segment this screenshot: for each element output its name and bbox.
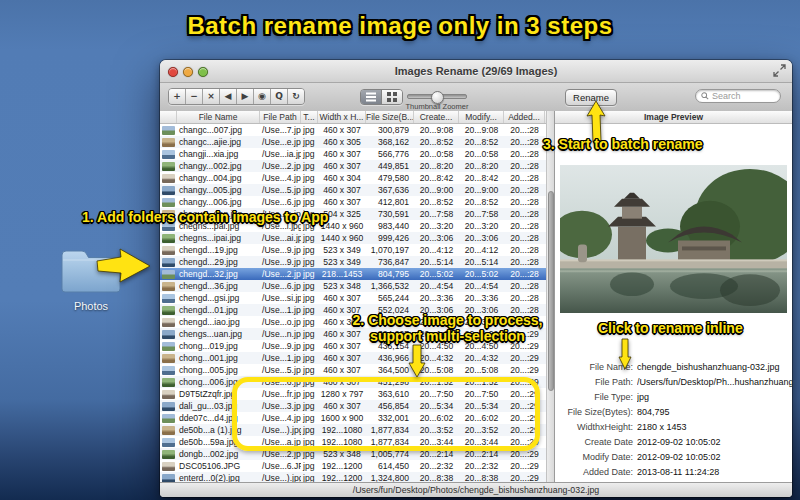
window-title: Images Rename (29/69 Images): [160, 60, 792, 82]
cell-added: 20...:29: [504, 364, 545, 376]
cell-file-size: 1,366,532: [366, 280, 414, 292]
info-value[interactable]: 2012-09-02 10:05:02: [637, 437, 792, 447]
search-input[interactable]: Search: [695, 89, 781, 103]
cell-created: 20...8:42: [414, 172, 459, 184]
info-value[interactable]: 804,795: [637, 407, 792, 417]
info-value[interactable]: 2012-09-02 10:05:02: [637, 452, 792, 462]
cell-dimensions: 460 x 305: [318, 136, 366, 148]
table-row[interactable]: changc...007.jpg /Use...7.jpg jpg 460 x …: [160, 124, 546, 136]
column-header-create[interactable]: Create...: [414, 111, 459, 123]
cell-file-name: chengd...01.jpg: [177, 304, 260, 316]
cell-dimensions: 218...1453: [318, 268, 366, 280]
toolbar: +−×◀▶◉Q↻ Thumbnail Zoomer Rename Searc: [160, 83, 792, 112]
cell-dimensions: 460 x 307: [318, 124, 366, 136]
column-header-file-name[interactable]: File Name: [177, 111, 260, 123]
cell-file-path: /Use...ia.jpg: [260, 148, 301, 160]
table-row[interactable]: chengd...29.jpg /Use...9.jpg jpg 523 x 3…: [160, 256, 546, 268]
column-header-file-size[interactable]: File Size(B...: [366, 111, 414, 123]
annotation-step2-line2: support multi-selection: [330, 328, 565, 344]
file-thumbnail: [160, 270, 177, 279]
cell-created: 20...8:52: [414, 136, 459, 148]
minimize-window-button[interactable]: [183, 67, 193, 77]
add-button[interactable]: +: [169, 89, 186, 104]
target-button[interactable]: ◉: [254, 89, 271, 104]
rename-button[interactable]: Rename: [565, 89, 617, 106]
table-row[interactable]: changy...002.jpg /Use...2.jpg jpg 460 x …: [160, 160, 546, 172]
cell-file-type: jpg: [301, 136, 318, 148]
table-row[interactable]: DSC05106.JPG /Use...6.JPG jpg 192...1200…: [160, 460, 546, 472]
file-thumbnail: [160, 330, 177, 339]
cell-file-name: chong...019.jpg: [177, 340, 260, 352]
file-thumbnail: [160, 162, 177, 171]
table-row[interactable]: changc...ajie.jpg /Use...e.jpg jpg 460 x…: [160, 136, 546, 148]
cell-added: 20...:28: [504, 244, 545, 256]
file-thumbnail: [160, 186, 177, 195]
column-header-thumb[interactable]: [160, 111, 177, 123]
magnify-button[interactable]: Q: [271, 89, 288, 104]
table-row[interactable]: chong...001.jpg /Use...1.jpg jpg 460 x 3…: [160, 352, 546, 364]
scrollbar-thumb[interactable]: [548, 191, 554, 391]
cell-added: 20...:28: [504, 196, 545, 208]
cell-file-size: 730,591: [366, 208, 414, 220]
info-label: Added Date:: [555, 467, 633, 477]
table-row[interactable]: enterd...0(2).jpg /Use...).jpg jpg 192..…: [160, 472, 546, 482]
info-value[interactable]: chengde_bishushanzhuang-032.jpg: [637, 362, 792, 372]
table-row[interactable]: chegns...ipai.jpg /Use...ai.jpg jpg 1440…: [160, 232, 546, 244]
cell-file-path: /Use...ai.jpg: [260, 232, 301, 244]
table-row[interactable]: chong...005.jpg /Use...5.jpg jpg 460 x 3…: [160, 364, 546, 376]
table-row[interactable]: chengd...32.jpg /Use...2.jpg jpg 218...1…: [160, 268, 546, 280]
info-value[interactable]: jpg: [637, 392, 792, 402]
file-thumbnail: [160, 402, 177, 411]
cell-file-name: chengd...32.jpg: [177, 268, 260, 280]
remove-button[interactable]: −: [186, 89, 203, 104]
previous-button[interactable]: ◀: [220, 89, 237, 104]
refresh-button[interactable]: ↻: [288, 89, 304, 104]
fullscreen-icon[interactable]: [773, 64, 786, 77]
thumbnail-zoomer-label: Thumbnail Zoomer: [374, 102, 500, 111]
column-header-type[interactable]: T...: [301, 111, 318, 123]
table-row[interactable]: chengd...19.jpg /Use...9.jpg jpg 523 x 3…: [160, 244, 546, 256]
info-value[interactable]: 2013-08-11 11:24:28: [637, 467, 792, 477]
cell-added: 20...:28: [504, 184, 545, 196]
column-header-file-path[interactable]: File Path: [260, 111, 301, 123]
file-thumbnail: [160, 318, 177, 327]
table-row[interactable]: changy...005.jpg /Use...5.jpg jpg 460 x …: [160, 184, 546, 196]
table-row[interactable]: changy...006.jpg /Use...6.jpg jpg 460 x …: [160, 196, 546, 208]
file-thumbnail: [160, 354, 177, 363]
cell-added: 20...:28: [504, 280, 545, 292]
info-value[interactable]: 2180 x 1453: [637, 422, 792, 432]
file-thumbnail: [160, 174, 177, 183]
cell-file-type: jpg: [301, 316, 318, 328]
column-header-added[interactable]: Added...: [504, 111, 545, 123]
cell-file-type: jpg: [301, 196, 318, 208]
toolbar-button-group: +−×◀▶◉Q↻: [168, 88, 305, 105]
delete-button[interactable]: ×: [203, 89, 220, 104]
column-header-modify[interactable]: Modify...: [459, 111, 504, 123]
cell-file-type: jpg: [301, 148, 318, 160]
info-value[interactable]: /Users/fun/Desktop/Ph...hushanzhuang-032…: [637, 377, 792, 387]
thumbnail-zoomer-slider[interactable]: [407, 94, 467, 99]
cell-modified: 20...5:02: [459, 268, 504, 280]
cell-dimensions: 460 x 307: [318, 364, 366, 376]
table-row[interactable]: chengd...gsi.jpg /Use...si.jpg jpg 460 x…: [160, 292, 546, 304]
table-row[interactable]: changji...xia.jpg /Use...ia.jpg jpg 460 …: [160, 148, 546, 160]
cell-created: 20...9:08: [414, 124, 459, 136]
cell-modified: 20...3:20: [459, 220, 504, 232]
photos-folder[interactable]: Photos: [54, 246, 128, 312]
cell-created: 20...0:58: [414, 148, 459, 160]
desktop: Batch rename image only in 3 steps Photo…: [0, 0, 800, 500]
close-window-button[interactable]: [168, 67, 178, 77]
cell-file-type: jpg: [301, 256, 318, 268]
column-header-dimensions[interactable]: Width x H...: [318, 111, 366, 123]
title-bar[interactable]: Images Rename (29/69 Images): [160, 60, 792, 83]
table-scrollbar[interactable]: [546, 111, 554, 482]
next-button[interactable]: ▶: [237, 89, 254, 104]
cell-modified: 20...9:00: [459, 184, 504, 196]
cell-file-size: 449,851: [366, 160, 414, 172]
cell-file-size: 804,795: [366, 268, 414, 280]
table-row[interactable]: changy...004.jpg /Use...4.jpg jpg 460 x …: [160, 172, 546, 184]
table-row[interactable]: chengd...36.jpg /Use...6.jpg jpg 523 x 3…: [160, 280, 546, 292]
zoom-window-button[interactable]: [198, 67, 208, 77]
cell-file-path: /Use...1.jpg: [260, 304, 301, 316]
cell-added: 20...:28: [504, 148, 545, 160]
